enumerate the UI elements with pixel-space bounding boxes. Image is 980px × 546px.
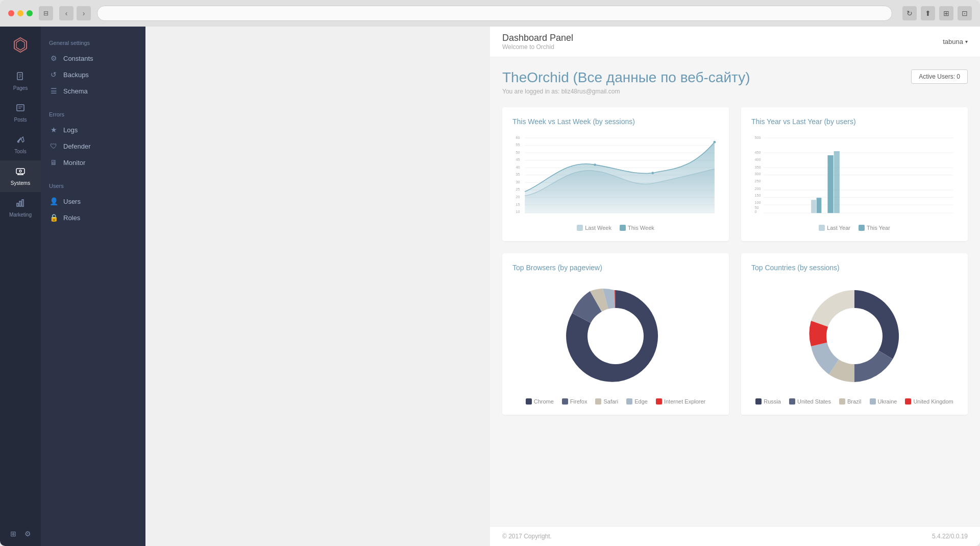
add-bookmark-button[interactable]: ⊞	[939, 6, 953, 20]
svg-text:300: 300	[754, 172, 761, 176]
sidebar-bottom: ⊞ ⚙	[2, 521, 39, 546]
svg-text:Mon: Mon	[554, 216, 561, 216]
dashboard-logged: You are logged in as: bliz48rus@gmail.co…	[502, 88, 750, 95]
sidebar-item-users[interactable]: 👤 Users	[41, 193, 145, 209]
sidebar-item-posts[interactable]: Posts	[0, 97, 41, 129]
users-label: Users	[63, 198, 81, 205]
topbar-title: Dashboard Panel	[502, 33, 573, 43]
sidebar-item-roles[interactable]: 🔒 Roles	[41, 209, 145, 226]
svg-rect-15	[22, 200, 23, 206]
tab-view-button[interactable]: ⊟	[39, 6, 53, 20]
svg-text:45: 45	[516, 157, 520, 162]
legend-ie: Internet Explorer	[656, 398, 705, 405]
sidebar-gear-icon[interactable]: ⚙	[24, 530, 31, 538]
svg-text:Sep: Sep	[890, 216, 897, 216]
forward-button[interactable]: ›	[77, 6, 91, 20]
firefox-dot	[562, 398, 568, 405]
legend-brazil: Brazil	[839, 398, 862, 405]
uk-dot	[905, 398, 911, 405]
svg-text:10: 10	[516, 209, 520, 214]
lastweek-label: Last Week	[585, 225, 611, 231]
russia-label: Russia	[764, 398, 781, 405]
svg-text:0: 0	[754, 209, 756, 214]
svg-text:100: 100	[754, 200, 761, 205]
footer: © 2017 Copyright. 5.4.22/0.0.19	[490, 526, 980, 546]
svg-text:15: 15	[516, 202, 520, 207]
users-label: Users	[41, 175, 145, 193]
back-button[interactable]: ‹	[59, 6, 74, 20]
legend-russia: Russia	[755, 398, 781, 405]
marketing-label: Marketing	[9, 212, 32, 218]
sidebar-right: General settings ⚙ Constants ↺ Backups ☰…	[41, 27, 145, 546]
uk-label: United Kingdom	[913, 398, 953, 405]
svg-point-40	[713, 141, 716, 144]
sidebar-item-backups[interactable]: ↺ Backups	[41, 66, 145, 83]
roles-icon: 🔒	[49, 213, 58, 222]
active-users-button[interactable]: Active Users: 0	[911, 69, 968, 84]
sidebar-item-systems[interactable]: Systems	[0, 160, 41, 192]
legend-us: United States	[789, 398, 831, 405]
topbar-info: Dashboard Panel Welcome to Orchid	[502, 33, 573, 51]
sidebar-item-constants[interactable]: ⚙ Constants	[41, 50, 145, 66]
sidebar-item-defender[interactable]: 🛡 Defender	[41, 138, 145, 154]
browsers-chart-card: Top Browsers (by pageview)	[502, 253, 729, 415]
sidebar-settings-icon[interactable]: ⊞	[10, 530, 16, 538]
users-icon: 👤	[49, 197, 58, 205]
russia-dot	[755, 398, 762, 405]
pages-icon	[16, 72, 25, 83]
svg-text:May: May	[827, 216, 835, 216]
brazil-label: Brazil	[847, 398, 862, 405]
edge-dot	[626, 398, 632, 405]
legend-lastweek: Last Week	[577, 225, 611, 231]
browser-window: ⊟ ‹ › ↻ ⬆ ⊞ ⊡	[0, 0, 980, 546]
sidebar-item-pages[interactable]: Pages	[0, 65, 41, 97]
svg-text:Oct: Oct	[906, 216, 912, 216]
close-dot[interactable]	[8, 10, 14, 16]
expand-button[interactable]: ⊡	[958, 6, 972, 20]
app-logo	[10, 35, 31, 55]
roles-label: Roles	[63, 214, 80, 222]
share-button[interactable]: ⬆	[921, 6, 935, 20]
defender-icon: 🛡	[49, 142, 58, 150]
pages-label: Pages	[13, 85, 28, 91]
backups-label: Backups	[63, 71, 89, 79]
lastweek-dot	[577, 225, 583, 231]
brazil-dot	[839, 398, 845, 405]
sidebar-item-marketing[interactable]: Marketing	[0, 192, 41, 224]
svg-text:Jun: Jun	[844, 216, 850, 216]
svg-text:450: 450	[754, 150, 761, 155]
svg-point-83	[587, 308, 644, 364]
svg-rect-70	[834, 151, 840, 213]
year-chart-card: This Year vs Last Year (by users) 500 45…	[741, 107, 968, 241]
legend-chrome: Chrome	[526, 398, 554, 405]
svg-text:Dec: Dec	[937, 216, 944, 216]
browsers-donut: Chrome Firefox Safari	[512, 280, 719, 405]
week-chart-legend: Last Week This Week	[512, 225, 719, 231]
logs-label: Logs	[63, 126, 78, 134]
sidebar-item-monitor[interactable]: 🖥 Monitor	[41, 154, 145, 171]
svg-text:Apr: Apr	[813, 216, 819, 216]
us-dot	[789, 398, 795, 405]
address-bar[interactable]	[97, 6, 892, 21]
svg-text:150: 150	[754, 193, 761, 198]
browser-actions: ↻ ⬆ ⊞ ⊡	[902, 6, 972, 20]
sidebar-left: Pages Posts	[0, 27, 41, 546]
svg-rect-4	[17, 105, 24, 111]
sidebar-item-schema[interactable]: ☰ Schema	[41, 83, 145, 99]
legend-ukraine: Ukraine	[870, 398, 897, 405]
minimize-dot[interactable]	[17, 10, 23, 16]
sidebar-item-logs[interactable]: ★ Logs	[41, 122, 145, 138]
sidebar-item-tools[interactable]: Tools	[0, 129, 41, 160]
footer-copyright: © 2017 Copyright.	[502, 533, 552, 540]
reload-button[interactable]: ↻	[902, 6, 917, 20]
week-chart-title: This Week vs Last Week (by sessions)	[512, 117, 719, 126]
svg-text:Wed: Wed	[622, 216, 630, 216]
svg-rect-68	[817, 198, 822, 213]
countries-chart-title: Top Countries (by sessions)	[751, 264, 958, 272]
ukraine-dot	[870, 398, 876, 405]
svg-text:Mar: Mar	[796, 216, 802, 216]
general-settings-label: General settings	[41, 32, 145, 50]
topbar-user-menu[interactable]: tabuna ▾	[943, 38, 968, 45]
maximize-dot[interactable]	[27, 10, 33, 16]
svg-rect-13	[17, 203, 18, 206]
